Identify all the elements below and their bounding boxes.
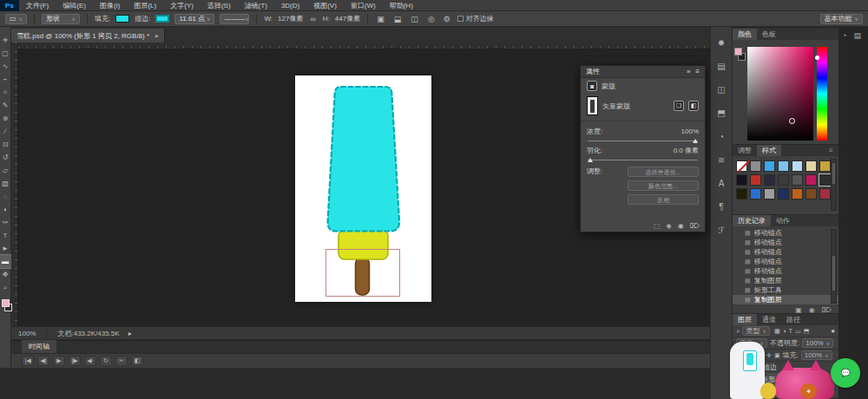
style-swatch[interactable] xyxy=(819,160,831,172)
clone-source-panel-icon[interactable]: ⬒ xyxy=(713,106,730,120)
type-tool[interactable]: T xyxy=(0,229,11,242)
history-state-row[interactable]: ▤ 移动锚点 xyxy=(733,257,838,266)
feather-slider[interactable] xyxy=(588,160,698,160)
style-swatch[interactable] xyxy=(792,174,803,186)
menu-item[interactable]: 选择(S) xyxy=(201,1,238,10)
styles-scrollbar[interactable] xyxy=(831,159,837,211)
panel-tab[interactable]: 动作 xyxy=(771,215,795,226)
filter-toggle-icon[interactable]: ● xyxy=(831,327,835,335)
audio-button[interactable]: ◀· xyxy=(84,356,96,366)
swatches-panel-icon[interactable]: ▤ xyxy=(713,59,730,73)
lock-all-icon[interactable]: ▣ xyxy=(774,352,780,359)
filter-pixel-layers-icon[interactable]: ▦ xyxy=(774,328,780,335)
menu-item[interactable]: 帮助(H) xyxy=(383,1,420,10)
panel-tab[interactable]: 历史记录 xyxy=(733,215,771,226)
crop-tool[interactable]: ⌗ xyxy=(0,86,11,99)
info-panel-icon[interactable]: ◔ xyxy=(713,129,730,143)
history-scrollbar[interactable] xyxy=(831,229,837,304)
split-button[interactable]: ✂ xyxy=(115,356,128,366)
new-snapshot-icon[interactable]: ◉ xyxy=(809,306,815,314)
menu-item[interactable]: 3D(D) xyxy=(274,2,306,10)
loop-button[interactable]: ↻ xyxy=(100,356,112,366)
align-edges-control[interactable]: 对齐边缘 xyxy=(457,14,494,23)
status-arrow-icon[interactable]: ▸ xyxy=(128,330,132,337)
align-edges-checkbox[interactable] xyxy=(457,16,464,22)
tool-preset-dropdown[interactable]: ▭∨ xyxy=(5,14,27,24)
panel-tab[interactable]: 图层 xyxy=(733,314,757,325)
new-document-from-state-icon[interactable]: ▣ xyxy=(795,306,802,314)
style-swatch[interactable] xyxy=(792,188,803,200)
gear-icon[interactable]: ⚙ xyxy=(442,15,452,23)
history-state-row[interactable]: ▤ 移动锚点 xyxy=(733,266,838,276)
timer-icon[interactable]: ◔ xyxy=(842,31,846,40)
menu-item[interactable]: 滤镜(T) xyxy=(238,1,274,10)
style-swatch[interactable] xyxy=(764,160,775,172)
pen-tool[interactable]: ✑ xyxy=(0,216,11,229)
fill-field[interactable]: 100%∨ xyxy=(801,350,832,360)
history-state-row[interactable]: ▤ 复制图层 xyxy=(733,276,838,285)
timeline-tab[interactable]: 时间轴 xyxy=(22,340,56,353)
panel-tab[interactable]: 颜色 xyxy=(733,29,757,40)
feather-slider-handle[interactable] xyxy=(588,158,593,162)
marquee-tool[interactable]: ▢ xyxy=(0,47,11,60)
style-swatch[interactable] xyxy=(750,174,761,186)
style-swatch[interactable] xyxy=(806,160,817,172)
density-slider[interactable] xyxy=(588,141,698,141)
style-swatch[interactable] xyxy=(806,188,817,200)
workspace-dropdown[interactable]: 基本功能∨ xyxy=(820,14,863,24)
document-tab[interactable]: 雪糕.psd @ 100% (矩形 1 拷贝 2, RGB/8) * × xyxy=(11,29,165,43)
previous-frame-button[interactable]: ◀| xyxy=(37,356,49,366)
history-state-row[interactable]: ▤ 移动锚点 xyxy=(733,247,838,257)
lock-position-icon[interactable]: ✛ xyxy=(766,352,772,359)
history-state-row[interactable]: ▤ 移动锚点 xyxy=(733,228,838,238)
libraries-panel-icon[interactable]: ◫ xyxy=(713,82,730,96)
extra-options-icon[interactable]: ◎ xyxy=(426,15,437,23)
gradient-tool[interactable]: ▧ xyxy=(0,177,11,190)
style-swatch[interactable] xyxy=(750,160,761,172)
feather-value[interactable]: 0.0 像素 xyxy=(674,146,699,155)
style-swatch[interactable] xyxy=(764,188,775,200)
filter-smart-objects-icon[interactable]: ⬒ xyxy=(804,328,810,335)
menu-item[interactable]: 图层(L) xyxy=(127,1,163,10)
scrollbar-thumb[interactable] xyxy=(832,256,835,291)
style-swatch[interactable] xyxy=(736,188,747,200)
next-frame-button[interactable]: |▶ xyxy=(69,356,81,366)
scrollbar-thumb[interactable] xyxy=(832,163,835,184)
fill-color-swatch[interactable] xyxy=(115,15,129,23)
color-picker-marker[interactable] xyxy=(789,118,795,124)
healing-brush-tool[interactable]: ⊕ xyxy=(0,112,11,125)
filter-type-dropdown[interactable]: 类型∨ xyxy=(742,326,769,336)
foreground-color-swatch[interactable] xyxy=(2,299,10,307)
link-dimensions-icon[interactable]: ∞ xyxy=(308,15,317,23)
color-panel-foreground-swatch[interactable] xyxy=(734,48,742,56)
stroke-width-field[interactable]: 11.61 点∨ xyxy=(174,14,214,24)
menu-item[interactable]: 视图(V) xyxy=(306,1,344,10)
menu-item[interactable]: 文件(F) xyxy=(19,1,56,10)
style-swatch[interactable] xyxy=(792,160,803,172)
panel-tab[interactable]: 路径 xyxy=(781,314,806,325)
transition-button[interactable]: ◧ xyxy=(131,356,143,366)
panel-menu-icon[interactable]: ≡ xyxy=(829,147,837,154)
lasso-tool[interactable]: ∿ xyxy=(0,60,11,73)
adjustments-panel-icon[interactable]: ✹ xyxy=(713,36,730,49)
vector-mask-thumbnail[interactable] xyxy=(587,96,598,115)
delete-mask-icon[interactable]: ⌦ xyxy=(690,222,700,230)
path-arrangement-icon[interactable]: ◫ xyxy=(409,15,420,23)
saturation-brightness-box[interactable] xyxy=(747,47,813,141)
mini-menu-icon[interactable]: ▤ xyxy=(853,31,861,40)
close-icon[interactable]: × xyxy=(155,32,159,40)
style-swatch[interactable] xyxy=(778,160,789,172)
dodge-tool[interactable]: ◖ xyxy=(0,203,11,216)
panel-tab[interactable]: 通道 xyxy=(757,314,781,325)
path-selection-tool[interactable]: ► xyxy=(0,242,11,255)
style-swatch[interactable] xyxy=(819,188,831,200)
panel-tab[interactable]: 色板 xyxy=(757,29,781,40)
opacity-field[interactable]: 100%∨ xyxy=(802,338,833,348)
add-pixel-mask-icon[interactable]: ❏ xyxy=(674,101,684,111)
combine-shapes-icon[interactable]: ▣ xyxy=(375,15,386,23)
filter-shape-layers-icon[interactable]: ▭ xyxy=(795,328,801,335)
load-selection-icon[interactable]: ⬚ xyxy=(654,222,661,230)
panel-tab[interactable]: 调整 xyxy=(733,145,757,156)
height-value[interactable]: 447像素 xyxy=(335,14,360,23)
refine-button[interactable]: 选择并遮住... xyxy=(628,167,699,177)
